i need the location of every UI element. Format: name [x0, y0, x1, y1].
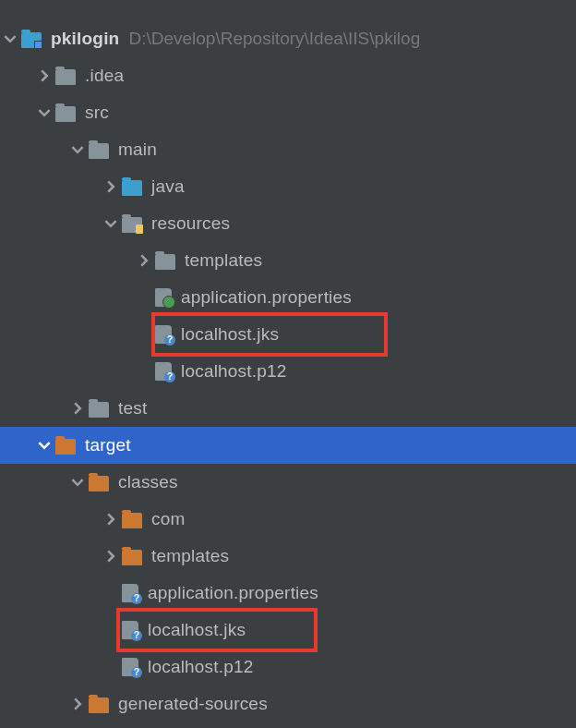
- project-name: pkilogin: [51, 29, 119, 49]
- tree-row-localhost-p12[interactable]: localhost.p12: [0, 353, 576, 390]
- project-path: D:\Develop\Repository\Idea\IIS\pkilog: [128, 29, 420, 49]
- tree-row-idea[interactable]: .idea: [0, 57, 576, 94]
- module-folder-icon: [21, 32, 42, 48]
- folder-icon: [55, 69, 76, 85]
- file-icon: [122, 658, 138, 676]
- file-icon: [122, 621, 138, 639]
- folder-icon: [55, 106, 76, 122]
- folder-label: java: [151, 176, 185, 197]
- folder-label: classes: [118, 472, 178, 492]
- chevron-down-icon[interactable]: [103, 216, 118, 231]
- chevron-right-icon[interactable]: [70, 401, 85, 416]
- project-tree[interactable]: pkilogin D:\Develop\Repository\Idea\IIS\…: [0, 0, 576, 722]
- file-icon: [155, 325, 172, 344]
- tree-row-localhost-p12-2[interactable]: localhost.p12: [0, 649, 576, 686]
- chevron-right-icon[interactable]: [70, 697, 85, 711]
- file-label: localhost.p12: [181, 361, 287, 382]
- folder-label: resources: [151, 213, 230, 234]
- folder-label: templates: [151, 546, 229, 566]
- tree-row-localhost-jks-2[interactable]: localhost.jks: [0, 612, 576, 649]
- properties-file-icon: [155, 288, 172, 307]
- folder-label: target: [85, 435, 131, 455]
- folder-label: generated-sources: [118, 694, 268, 714]
- tree-row-resources[interactable]: resources: [0, 205, 576, 242]
- folder-label: src: [85, 103, 109, 123]
- folder-label: com: [151, 509, 186, 529]
- file-label: localhost.p12: [148, 657, 254, 677]
- folder-label: main: [118, 140, 157, 160]
- tree-row-app-properties[interactable]: application.properties: [0, 279, 576, 316]
- tree-row-generated-sources[interactable]: generated-sources: [0, 686, 576, 722]
- excluded-folder-icon: [122, 550, 142, 565]
- excluded-folder-icon: [89, 476, 109, 491]
- tree-row-classes[interactable]: classes: [0, 464, 576, 501]
- tree-row-localhost-jks[interactable]: localhost.jks: [0, 316, 576, 353]
- file-icon: [155, 362, 172, 381]
- chevron-right-icon[interactable]: [37, 68, 52, 83]
- folder-label: .idea: [85, 66, 124, 86]
- chevron-down-icon[interactable]: [70, 475, 85, 490]
- tree-row-java[interactable]: java: [0, 168, 576, 205]
- source-folder-icon: [122, 180, 142, 196]
- tree-row-com[interactable]: com: [0, 501, 576, 538]
- file-label: localhost.jks: [148, 620, 246, 640]
- folder-icon: [155, 254, 175, 270]
- tree-row-app-properties-2[interactable]: application.properties: [0, 575, 576, 612]
- tree-row-templates[interactable]: templates: [0, 242, 576, 279]
- folder-icon: [89, 143, 109, 159]
- tree-row-root[interactable]: pkilogin D:\Develop\Repository\Idea\IIS\…: [0, 20, 576, 57]
- tree-row-test[interactable]: test: [0, 390, 576, 427]
- tree-row-templates-2[interactable]: templates: [0, 538, 576, 575]
- tree-row-src[interactable]: src: [0, 94, 576, 131]
- excluded-folder-icon: [89, 698, 109, 713]
- resources-folder-icon: [122, 217, 142, 233]
- chevron-down-icon[interactable]: [37, 438, 52, 453]
- tree-row-target[interactable]: target: [0, 427, 576, 464]
- excluded-folder-icon: [55, 439, 76, 455]
- file-label: application.properties: [181, 287, 352, 308]
- file-icon: [122, 584, 138, 602]
- folder-label: test: [118, 398, 147, 419]
- file-label: localhost.jks: [181, 324, 279, 345]
- excluded-folder-icon: [122, 513, 142, 528]
- chevron-right-icon[interactable]: [103, 179, 118, 194]
- chevron-down-icon[interactable]: [3, 31, 18, 46]
- chevron-down-icon[interactable]: [37, 105, 52, 120]
- chevron-right-icon[interactable]: [103, 549, 118, 564]
- folder-icon: [89, 402, 109, 418]
- file-label: application.properties: [148, 583, 318, 603]
- chevron-down-icon[interactable]: [70, 142, 85, 157]
- tree-row-main[interactable]: main: [0, 131, 576, 168]
- folder-label: templates: [185, 250, 262, 271]
- chevron-right-icon[interactable]: [103, 512, 118, 527]
- chevron-right-icon[interactable]: [137, 253, 151, 268]
